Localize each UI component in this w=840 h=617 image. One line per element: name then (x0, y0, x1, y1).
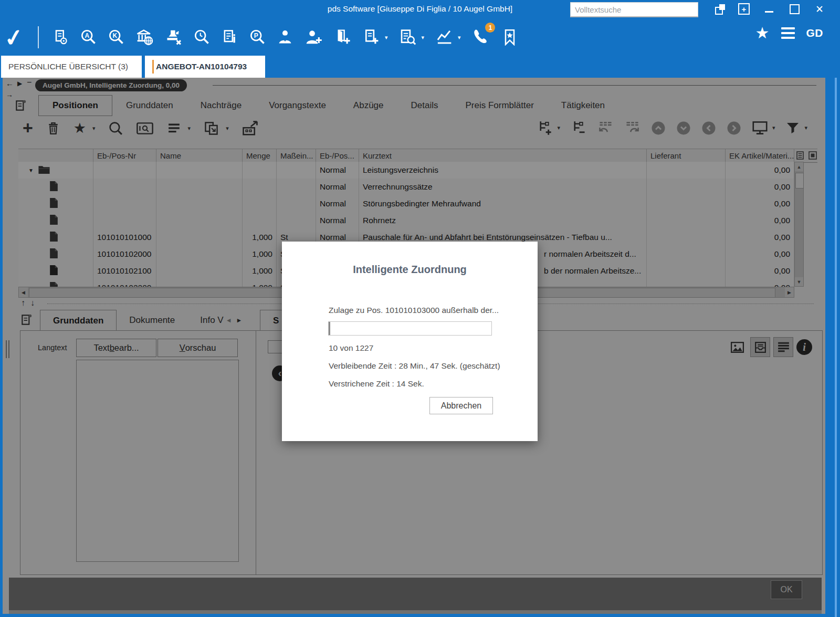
search-clock-icon[interactable] (193, 29, 210, 46)
divider (38, 26, 39, 48)
add-window-icon[interactable]: + (738, 3, 750, 15)
tab-personal-overview[interactable]: PERSÖNLICHE ÜBERSICHT (3) (1, 56, 142, 78)
window-title: pds Software [Giuseppe Di Figlia / 10 Au… (0, 4, 840, 14)
active-tab-caret (152, 60, 154, 74)
app-window: pds Software [Giuseppe Di Figlia / 10 Au… (0, 0, 840, 617)
document-tabs-bar: PERSÖNLICHE ÜBERSICHT (3) ANGEBOT-AN1010… (0, 54, 840, 78)
phone-badge: 1 (485, 23, 495, 33)
chevron-down-icon[interactable]: ▾ (421, 34, 424, 41)
progress-fill (329, 322, 330, 335)
progress-count: 10 von 1227 (329, 343, 373, 353)
search-p-icon[interactable]: P (249, 29, 266, 46)
search-input[interactable] (571, 3, 698, 16)
user-initials[interactable]: GD (806, 27, 824, 39)
layers-icon[interactable] (715, 4, 724, 14)
card-add-icon[interactable] (333, 28, 351, 46)
document-search-icon[interactable] (398, 28, 416, 46)
favorites-star-icon[interactable]: ★ (755, 25, 770, 41)
menu-icon[interactable] (781, 27, 795, 39)
chevron-down-icon[interactable]: ▾ (458, 34, 461, 41)
elapsed-time: Verstrichene Zeit : 14 Sek. (329, 379, 424, 389)
window-border-right (825, 78, 840, 617)
bookmark-star-icon[interactable] (501, 29, 518, 46)
dialog-message: Zulage zu Pos. 101010103000 außerhalb de… (329, 306, 499, 315)
maximize-icon[interactable] (789, 3, 800, 15)
tab-angebot[interactable]: ANGEBOT-AN10104793 (145, 56, 265, 78)
cancel-button[interactable]: Abbrechen (429, 397, 493, 414)
window-border-bottom (0, 614, 840, 617)
document-settings-icon[interactable] (52, 29, 69, 46)
close-icon[interactable]: ✕ (814, 3, 825, 15)
dialog-title: Intelligente Zuordnung (282, 264, 538, 276)
progress-bar (328, 321, 492, 336)
chevron-down-icon[interactable]: ▾ (385, 34, 388, 41)
person-add-icon[interactable] (304, 28, 322, 46)
titlebar: pds Software [Giuseppe Di Figlia / 10 Au… (0, 0, 840, 54)
document-add-icon[interactable] (362, 28, 380, 46)
svg-text:K: K (112, 32, 117, 39)
window-border-accent (835, 78, 837, 617)
document-info-icon[interactable] (221, 29, 238, 46)
stamp-cancel-icon[interactable] (164, 28, 182, 46)
pds-logo-icon[interactable]: ✓ (3, 23, 26, 52)
svg-text:P: P (254, 32, 258, 39)
remaining-time: Verbleibende Zeit : 28 Min., 47 Sek. (ge… (329, 361, 500, 371)
window-border-left (0, 78, 3, 617)
minimize-icon[interactable] (763, 3, 775, 15)
fulltext-search[interactable] (570, 2, 698, 17)
bank-globe-icon[interactable] (135, 28, 153, 46)
chart-icon[interactable] (435, 28, 453, 46)
search-a-icon[interactable]: A (80, 29, 97, 46)
phone-icon[interactable]: 1 (471, 28, 490, 47)
search-k-icon[interactable]: K (108, 29, 124, 46)
intelligente-zuordnung-dialog: Intelligente Zuordnung Zulage zu Pos. 10… (282, 242, 538, 441)
person-import-icon[interactable] (277, 29, 293, 46)
svg-text:A: A (85, 32, 89, 39)
